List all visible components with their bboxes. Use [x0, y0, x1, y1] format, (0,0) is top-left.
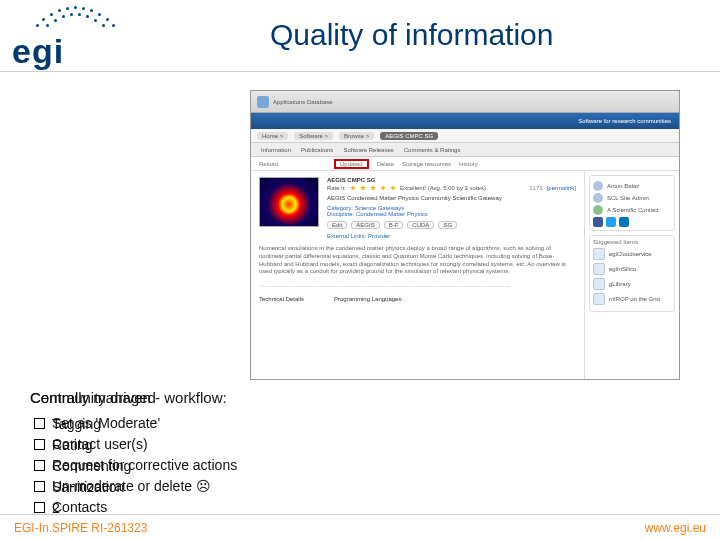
suggested-item[interactable]: gLibrary	[593, 278, 671, 290]
tab-comments[interactable]: Comments & Ratings	[404, 147, 461, 153]
item-subtitle: AEGIS Condensed Matter Physics Community…	[327, 195, 576, 201]
footer: EGI-In.SPIRE RI-261323 www.egi.eu	[0, 514, 720, 540]
tag-edit[interactable]: Edit	[327, 221, 347, 229]
suggested-item[interactable]: mIROP on the Grid	[593, 293, 671, 305]
avatar-icon	[593, 181, 603, 191]
bullet-layer-a: Contacts	[52, 499, 107, 515]
logo-dots-icon	[36, 4, 116, 30]
rate-score: Excellent! (Avg. 5.00 by 3 votes)	[400, 185, 486, 191]
appdb-screenshot: Applications Database Software for resea…	[250, 90, 680, 380]
tab-publications[interactable]: Publications	[301, 147, 333, 153]
suggested-item-label: gLibrary	[609, 281, 631, 287]
shot-subtabs: Reload Updated Delete Storage resources …	[251, 157, 679, 171]
social-icons	[593, 217, 671, 227]
list-item: CommentingRequest for corrective actions	[30, 456, 237, 475]
tab-information[interactable]: Information	[261, 147, 291, 153]
slide: egi Quality of information Applications …	[0, 0, 720, 540]
permalink[interactable]: [permalink]	[547, 185, 576, 191]
star-icon[interactable]	[350, 185, 356, 191]
app-icon	[593, 293, 605, 305]
rate-label: Rate it:	[327, 185, 346, 191]
avatar-icon	[593, 193, 603, 203]
add-contact[interactable]: A Scientific Contact	[607, 207, 659, 213]
shot-banner-text: Software for research communities	[578, 118, 671, 124]
footer-right[interactable]: www.egi.eu	[645, 521, 706, 535]
bullet-layer-b: Tagging	[52, 415, 101, 434]
body-heading: Centrally managed Community driven - wor…	[30, 388, 237, 408]
logo-text: egi	[12, 32, 64, 71]
shot-body: AEGIS CMPC SG Rate it: Excellent! (Avg. …	[251, 171, 679, 379]
add-icon	[593, 205, 603, 215]
item-meta: AEGIS CMPC SG Rate it: Excellent! (Avg. …	[327, 177, 576, 239]
suggested-box: Suggested Items egiCloudservice egiInSil…	[589, 235, 675, 312]
bullet-layer-b: Commenting	[52, 457, 131, 476]
app-icon	[593, 263, 605, 275]
tag-item[interactable]: CUDA	[407, 221, 434, 229]
list-item: SanitizationUn-moderate or delete ☹	[30, 477, 237, 496]
star-icon[interactable]	[380, 185, 386, 191]
star-icon[interactable]	[360, 185, 366, 191]
shot-sidebar: Antun Balaz SCL Site Admin A Scientific …	[584, 171, 679, 379]
shot-titlebar: Applications Database	[251, 91, 679, 113]
subtab-history[interactable]: History	[459, 161, 478, 167]
shot-banner: Software for research communities	[251, 113, 679, 129]
shot-tabs: Information Publications Software Releas…	[251, 143, 679, 157]
shot-main: AEGIS CMPC SG Rate it: Excellent! (Avg. …	[251, 171, 584, 379]
subtab-storage[interactable]: Storage resources	[402, 161, 451, 167]
crumb-current: AEGIS CMPC SG	[380, 132, 438, 140]
app-icon	[593, 278, 605, 290]
subtab-delete[interactable]: Delete	[377, 161, 394, 167]
heading-layer-1: Centrally managed	[30, 388, 156, 408]
suggested-item-label: mIROP on the Grid	[609, 296, 660, 302]
star-icon[interactable]	[370, 185, 376, 191]
crumb-home[interactable]: Home >	[257, 132, 288, 140]
rate-row: Rate it: Excellent! (Avg. 5.00 by 3 vote…	[327, 185, 576, 191]
item-thumbnail-icon	[259, 177, 319, 227]
discipline-label: Discipline: Condensed Matter Physics	[327, 211, 576, 217]
subtab-reload[interactable]: Reload	[259, 161, 278, 167]
contact-box: Antun Balaz SCL Site Admin A Scientific …	[589, 175, 675, 231]
suggested-item-label: egiCloudservice	[609, 251, 652, 257]
facebook-icon[interactable]	[593, 217, 603, 227]
description-para-2: ……………………………………………………………………………………………………………	[259, 282, 576, 290]
egi-logo: egi	[6, 4, 146, 66]
tech-details-label: Technical Details	[259, 296, 304, 302]
tag-row: Edit AEGIS B-F CUDA SG	[327, 221, 576, 229]
app-icon	[593, 248, 605, 260]
star-icon[interactable]	[390, 185, 396, 191]
item-header: AEGIS CMPC SG Rate it: Excellent! (Avg. …	[259, 177, 576, 239]
bullet-layer-b: Sanitization	[52, 478, 124, 497]
hit-count: 1173	[529, 185, 542, 191]
slide-title: Quality of information	[270, 18, 553, 52]
app-favicon-icon	[257, 96, 269, 108]
bullet-list: TaggingSet as 'Moderate' RatingContact u…	[30, 414, 237, 516]
breadcrumb: Home > Software > Browse > AEGIS CMPC SG	[251, 129, 679, 143]
lang-label: Programming Languages:	[334, 296, 403, 302]
tab-releases[interactable]: Software Releases	[343, 147, 393, 153]
footer-left: EGI-In.SPIRE RI-261323	[14, 521, 147, 535]
list-item: RatingContact user(s)	[30, 435, 237, 454]
description-para-1: Numerical simulations in the condensed m…	[259, 245, 576, 276]
crumb-software[interactable]: Software >	[294, 132, 333, 140]
tag-item[interactable]: B-F	[384, 221, 404, 229]
contact-role[interactable]: SCL Site Admin	[607, 195, 649, 201]
suggested-item[interactable]: egiCloudservice	[593, 248, 671, 260]
crumb-browse[interactable]: Browse >	[339, 132, 374, 140]
linkedin-icon[interactable]	[619, 217, 629, 227]
suggested-item[interactable]: egiInSilico	[593, 263, 671, 275]
suggested-label: Suggested Items	[593, 239, 671, 245]
list-item: TaggingSet as 'Moderate'	[30, 414, 237, 433]
external-links[interactable]: External Links: Provider	[327, 233, 576, 239]
tag-item[interactable]: SG	[438, 221, 457, 229]
header-bar: egi Quality of information	[0, 0, 720, 72]
body-text: Centrally managed Community driven - wor…	[30, 388, 237, 519]
suggested-item-label: egiInSilico	[609, 266, 636, 272]
item-title: AEGIS CMPC SG	[327, 177, 576, 183]
contact-name[interactable]: Antun Balaz	[607, 183, 639, 189]
subtab-updated[interactable]: Updated	[334, 159, 369, 169]
twitter-icon[interactable]	[606, 217, 616, 227]
bottom-labels: Technical Details Programming Languages:	[259, 296, 576, 302]
bullet-layer-b: Rating	[52, 436, 92, 455]
shot-app-title: Applications Database	[273, 99, 333, 105]
tag-item[interactable]: AEGIS	[351, 221, 379, 229]
